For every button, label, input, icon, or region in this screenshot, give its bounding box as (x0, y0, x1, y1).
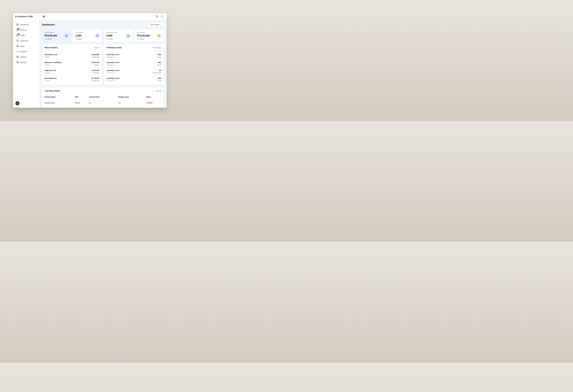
order-row: Bajaj Auto Ltd. ORD003 ₹2,15,000 Deliver… (45, 68, 99, 76)
sidebar-item-orders[interactable]: 12 Orders (15, 33, 38, 37)
order-amount: ₹2,15,000 (91, 70, 99, 71)
order-status: Processing (91, 56, 99, 58)
cube-icon (156, 33, 162, 38)
app-title: E-Commerce CMS (15, 15, 33, 18)
gear-icon (16, 61, 19, 63)
stat-value: ₹24,85,000 (44, 34, 57, 37)
sidebar-item-label: Customers (20, 40, 29, 42)
line-rate: 0 units/day (107, 72, 120, 74)
stat-card-total-revenue: Total Revenue ₹24,85,000 +12.5% (42, 30, 71, 42)
status-badge: Critical (146, 101, 153, 104)
cell-reorder-level: 100 (118, 102, 146, 104)
order-company: Bajaj Auto Ltd. (45, 70, 56, 71)
chevron-down-icon (161, 24, 162, 25)
stat-value: ₹12,45,000 (137, 34, 150, 37)
hamburger-menu-icon[interactable] (43, 16, 45, 18)
stat-trend: -3.2% (75, 38, 83, 40)
order-id: ORD003 (45, 72, 56, 74)
table-row: Metal Brackets MB-001 50 100 Critical (45, 100, 161, 106)
sidebar-item-settings[interactable]: Settings (15, 60, 38, 64)
view-all-stock-link[interactable]: View All (156, 90, 161, 92)
dashboard-content: Dashboard Last 30 Days Total Revenue ₹24… (39, 20, 167, 108)
stat-trend: +8.1% (106, 38, 117, 40)
stat-cards: Total Revenue ₹24,85,000 +12.5% Total Or… (42, 30, 164, 42)
order-id: ORD004 (45, 80, 57, 82)
topbar (39, 13, 167, 20)
production-row: Assembly Line 2 425 units/day 88% Active (107, 60, 161, 68)
sidebar-footer: N (13, 101, 39, 108)
sidebar: E-Commerce CMS Dashboard 25 Products 12 … (13, 13, 39, 108)
line-name: Assembly Line 2 (107, 62, 120, 63)
main-area: Dashboard Last 30 Days Total Revenue ₹24… (39, 13, 167, 108)
production-row: Assembly Line 1 450 units/day 92% Active (107, 52, 161, 60)
stat-card-stock-value: Stock Value ₹12,45,000 +5.4% (135, 30, 164, 42)
line-rate: 425 units/day (107, 64, 120, 66)
topbar-right (156, 15, 164, 18)
production-row: Assembly Line 4 475 units/day 95% Active (107, 76, 161, 84)
bell-icon[interactable] (156, 15, 158, 18)
order-company: Tata Motors Ltd. (45, 54, 57, 55)
user-avatar[interactable] (161, 15, 164, 18)
line-status: Active (157, 80, 161, 82)
rupee-badge-icon (16, 45, 19, 47)
trending-up-icon (16, 50, 19, 53)
line-rate: 475 units/day (107, 80, 120, 82)
stat-label: Production Units (106, 32, 117, 33)
order-company: Mahindra & Mahindra (45, 62, 61, 63)
order-company: Hero MotoCorp (45, 77, 57, 79)
sidebar-item-label: Sales (20, 45, 24, 47)
sidebar-item-invoices[interactable]: Invoices (15, 55, 38, 59)
sidebar-item-label: Invoices (20, 56, 26, 58)
sidebar-nav: Dashboard 25 Products 12 Orders Customer… (13, 20, 39, 65)
sidebar-item-products[interactable]: 25 Products (15, 28, 38, 32)
sidebar-item-customers[interactable]: Customers (15, 38, 38, 43)
order-row: Tata Motors Ltd. ORD001 ₹4,85,000 Proces… (45, 52, 99, 60)
package-icon: 25 (16, 29, 19, 31)
col-status: Status (146, 96, 161, 98)
stat-card-total-orders: Total Orders 1,254 -3.2% (73, 30, 102, 42)
trending-down-icon (75, 38, 77, 40)
line-status: Maintenance (153, 72, 161, 74)
line-status: Active (157, 56, 161, 58)
sidebar-header: E-Commerce CMS (13, 13, 39, 20)
order-status: Processing (91, 80, 99, 82)
sidebar-item-dashboard[interactable]: Dashboard (15, 22, 38, 27)
order-row: Hero MotoCorp ORD004 ₹1,75,000 Processin… (45, 76, 99, 84)
stat-trend: +12.5% (44, 38, 57, 40)
panel-title: Recent Orders (45, 47, 58, 49)
cell-sku: MB-001 (75, 102, 89, 104)
line-name: Assembly Line 3 (107, 70, 120, 71)
order-amount: ₹4,85,000 (91, 54, 99, 55)
panel-title: Low Stock Alerts (45, 90, 60, 92)
app-window: E-Commerce CMS Dashboard 25 Products 12 … (13, 13, 167, 108)
line-percent: 92% (157, 54, 161, 55)
order-amount: ₹1,75,000 (91, 77, 99, 79)
col-sku: SKU (75, 96, 89, 98)
order-row: Mahindra & Mahindra ORD002 ₹3,25,000 Shi… (45, 60, 99, 68)
order-status: Shipped (91, 64, 99, 66)
view-report-link[interactable]: View Report (153, 47, 161, 49)
products-count-badge: 25 (18, 28, 20, 30)
sidebar-item-sales[interactable]: Sales (15, 44, 38, 48)
orders-count-badge: 12 (18, 33, 20, 35)
view-all-orders-link[interactable]: View All (94, 47, 99, 49)
line-rate: 450 units/day (107, 56, 120, 58)
rupee-badge-icon (64, 33, 69, 38)
stat-value: 1,254 (75, 34, 83, 37)
date-range-select[interactable]: Last 30 Days (148, 23, 164, 27)
recent-orders-panel: Recent Orders View All Tata Motors Ltd. … (42, 44, 102, 85)
sidebar-item-label: Dashboard (20, 24, 29, 26)
nextjs-dev-badge[interactable]: N (16, 101, 19, 105)
sidebar-item-label: Products (20, 29, 27, 31)
line-percent: 88% (157, 62, 161, 63)
dashboard-icon (16, 23, 19, 26)
order-status: Delivered (91, 72, 99, 74)
order-id: ORD001 (45, 56, 57, 58)
sidebar-item-analytics[interactable]: Analytics (15, 49, 38, 54)
sidebar-item-label: Settings (20, 61, 26, 63)
stat-label: Stock Value (137, 32, 150, 33)
order-id: ORD002 (45, 64, 61, 66)
table-header: Product Name SKU Current Stock Reorder L… (45, 96, 161, 100)
stat-label: Total Revenue (44, 32, 57, 33)
cell-current-stock: 50 (89, 102, 118, 104)
